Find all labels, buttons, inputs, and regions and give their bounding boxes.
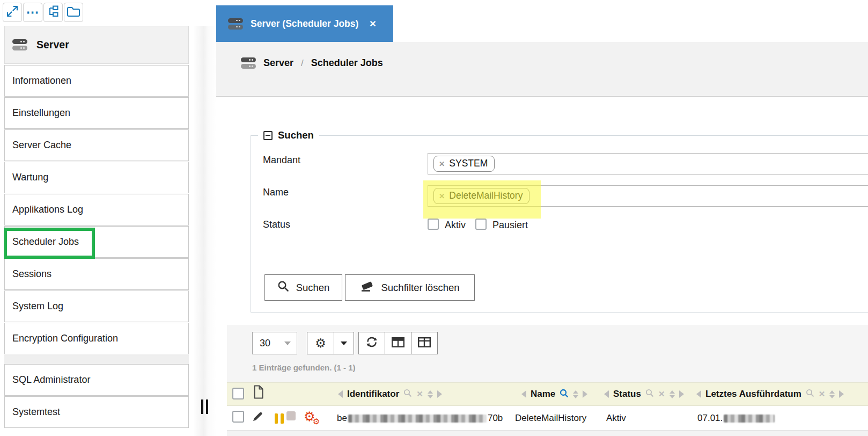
name-input[interactable]: ✕ DeleteMailHistory [428, 185, 868, 207]
tab-title: Server (Scheduler Jobs) [251, 18, 358, 30]
collapse-section-icon[interactable] [263, 131, 273, 140]
sidebar-item-encryption-configuration[interactable]: Encryption Configuration [4, 323, 189, 354]
filter-icon[interactable] [403, 389, 412, 399]
name-label: Name [263, 187, 402, 198]
column-header-identifikator: Identifikator ✕ [338, 382, 442, 406]
panel-splitter [193, 26, 217, 436]
splitter-handle[interactable] [201, 399, 208, 414]
clear-filter-icon[interactable]: ✕ [819, 389, 826, 399]
expand-arrows-button[interactable] [3, 3, 22, 22]
document-column-icon [253, 385, 264, 401]
sort-icon[interactable] [428, 390, 433, 398]
filter-active-icon[interactable] [560, 389, 569, 400]
search-legend: Suchen [258, 129, 319, 141]
gear-icon: ⚙ [315, 337, 326, 350]
cell-last-exec-date: 07.01. [697, 406, 776, 431]
settings-split-button: ⚙ [307, 332, 354, 354]
sidebar-item-scheduler-jobs[interactable]: Scheduler Jobs [4, 226, 189, 258]
page-size-select[interactable]: 30 [252, 332, 297, 354]
search-legend-label: Suchen [278, 129, 314, 141]
sidebar-title: Server [36, 39, 69, 51]
move-column-left-icon[interactable] [521, 390, 526, 398]
refresh-icon [365, 336, 378, 350]
sidebar-item-einstellungen[interactable]: Einstellungen [4, 97, 189, 129]
sidebar-item-system-log[interactable]: System Log [4, 290, 189, 322]
sort-icon[interactable] [670, 390, 675, 398]
chip-remove-icon[interactable]: ✕ [439, 192, 445, 200]
chip-label: SYSTEM [449, 158, 488, 169]
search-icon [277, 280, 289, 295]
chip-remove-icon[interactable]: ✕ [439, 159, 445, 168]
stop-icon[interactable] [286, 411, 296, 420]
status-pausiert-label: Pausiert [492, 220, 528, 231]
table-filled-header-icon [392, 337, 404, 350]
tree-view-button[interactable] [43, 3, 63, 22]
search-button[interactable]: Suchen [264, 274, 342, 301]
move-column-right-icon[interactable] [839, 390, 844, 398]
filter-icon[interactable] [806, 389, 814, 399]
server-icon [228, 18, 243, 30]
pause-icon[interactable] [275, 406, 284, 431]
mandant-input[interactable]: ✕ SYSTEM [428, 153, 868, 175]
tab-server-scheduler-jobs[interactable]: Server (Scheduler Jobs) ✕ [216, 5, 393, 42]
column-label[interactable]: Name [531, 389, 555, 399]
filter-icon[interactable] [645, 389, 654, 399]
more-actions-button[interactable]: ⋯ [23, 3, 42, 22]
sidebar-item-server-cache[interactable]: Server Cache [4, 129, 189, 161]
move-column-left-icon[interactable] [338, 390, 343, 398]
status-aktiv-label: Aktiv [445, 220, 466, 231]
refresh-button[interactable] [358, 332, 385, 354]
breadcrumb: Server / Scheduler Jobs [241, 57, 383, 69]
column-label[interactable]: Identifikator [347, 389, 399, 399]
tab-close-icon[interactable]: ✕ [369, 19, 376, 29]
sidebar-header: Server [4, 26, 189, 64]
chevron-down-icon [341, 341, 347, 345]
column-header-name: Name [521, 382, 587, 406]
move-column-right-icon[interactable] [583, 390, 587, 398]
sidebar-item-wartung[interactable]: Wartung [4, 162, 189, 193]
sidebar-item-applikations-log[interactable]: Applikations Log [4, 194, 189, 226]
status-pausiert-checkbox[interactable] [475, 219, 487, 230]
sidebar-item-sql-administrator[interactable]: SQL Administrator [4, 364, 189, 396]
table-view-button[interactable] [385, 332, 411, 354]
column-header-status: Status ✕ [604, 382, 684, 406]
select-all-checkbox[interactable] [232, 388, 244, 399]
server-icon [241, 57, 256, 69]
chip-label: DeleteMailHistory [449, 190, 523, 201]
edit-pencil-icon[interactable] [251, 410, 264, 425]
sort-icon[interactable] [829, 390, 835, 398]
settings-menu-button[interactable] [334, 332, 354, 354]
table-grid-icon [418, 337, 431, 350]
move-column-right-icon[interactable] [679, 390, 684, 398]
folder-icon [67, 5, 80, 19]
clear-filter-button[interactable]: Suchfilter löschen [345, 274, 475, 301]
column-label[interactable]: Letztes Ausführdatum [705, 389, 801, 399]
mandant-chip[interactable]: ✕ SYSTEM [433, 156, 495, 172]
redacted-identifier [348, 415, 487, 423]
sidebar-item-sessions[interactable]: Sessions [4, 258, 189, 290]
tree-icon [47, 5, 60, 20]
name-chip[interactable]: ✕ DeleteMailHistory [433, 188, 529, 204]
grid-view-button[interactable] [411, 332, 438, 354]
sidebar-section-divider [4, 355, 189, 364]
sort-icon[interactable] [573, 390, 578, 398]
breadcrumb-separator: / [301, 58, 304, 69]
settings-button[interactable]: ⚙ [307, 332, 334, 354]
status-aktiv-checkbox[interactable] [428, 219, 439, 230]
move-column-left-icon[interactable] [604, 390, 609, 398]
sidebar-item-systemtest[interactable]: Systemtest [4, 396, 189, 428]
cell-name: DeleteMailHistory [515, 406, 586, 431]
column-label[interactable]: Status [613, 389, 641, 399]
redacted-date [724, 415, 775, 423]
move-column-left-icon[interactable] [696, 390, 701, 398]
clear-filter-label: Suchfilter löschen [381, 282, 459, 294]
clear-filter-icon[interactable]: ✕ [658, 389, 665, 399]
row-checkbox[interactable] [232, 411, 244, 423]
folder-button[interactable] [64, 3, 83, 22]
move-column-right-icon[interactable] [437, 390, 442, 398]
sidebar-item-informationen[interactable]: Informationen [4, 65, 189, 97]
clear-filter-icon[interactable]: ✕ [416, 389, 423, 399]
breadcrumb-current: Scheduler Jobs [311, 57, 383, 69]
run-gears-icon[interactable]: ⚙ ⚙ [304, 406, 324, 431]
breadcrumb-root[interactable]: Server [263, 57, 293, 69]
